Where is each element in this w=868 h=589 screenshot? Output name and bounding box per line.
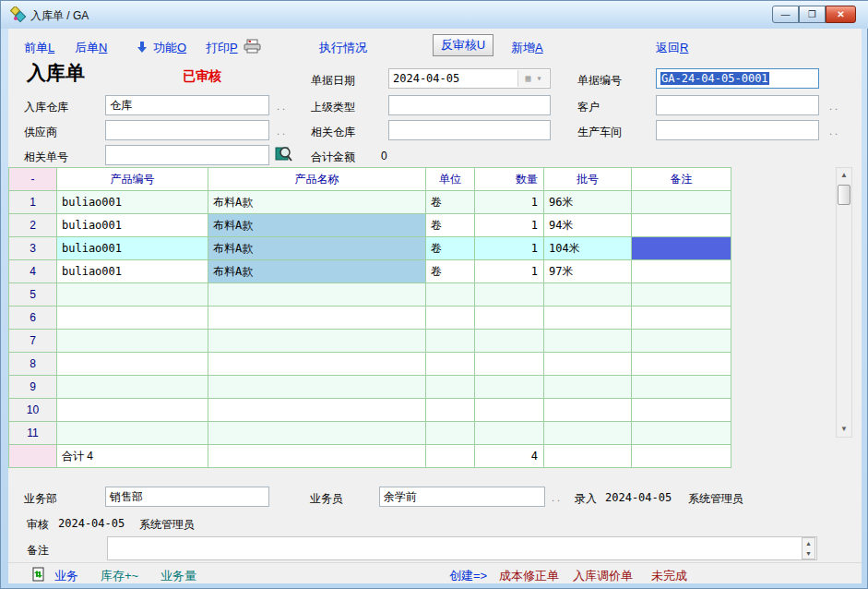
grid-cell[interactable]: [632, 399, 731, 422]
grid-cell[interactable]: [426, 283, 475, 307]
grid-cell[interactable]: 卷: [426, 214, 475, 237]
grid-cell[interactable]: buliao001: [57, 191, 208, 214]
grid-cell[interactable]: 卷: [426, 191, 475, 214]
grid-cell[interactable]: [475, 283, 544, 307]
grid-cell[interactable]: [632, 330, 731, 353]
grid-cell[interactable]: 97米: [544, 260, 632, 283]
grid-cell[interactable]: buliao001: [57, 214, 208, 237]
print-button[interactable]: 打印P: [206, 40, 238, 56]
grid-cell[interactable]: 96米: [544, 191, 632, 214]
supplier-lookup-button[interactable]: ..: [277, 126, 288, 137]
column-header[interactable]: 数量: [475, 168, 544, 191]
price-adjust-link[interactable]: 入库调价单: [573, 568, 633, 584]
grid-cell[interactable]: [426, 330, 475, 353]
workshop-field[interactable]: [656, 120, 819, 140]
add-new-button[interactable]: 新增A: [511, 40, 543, 56]
doc-no-field[interactable]: GA-24-04-05-0001: [656, 68, 819, 89]
grid-cell[interactable]: 布料A款: [208, 260, 426, 283]
grid-cell[interactable]: [57, 307, 208, 330]
grid-cell[interactable]: [632, 237, 731, 260]
grid-cell[interactable]: [57, 399, 208, 422]
grid-cell[interactable]: [57, 422, 208, 445]
grid-cell[interactable]: [208, 399, 426, 422]
grid-cell[interactable]: [544, 283, 632, 307]
column-header[interactable]: 批号: [544, 168, 632, 191]
grid-cell[interactable]: [632, 422, 731, 445]
grid-cell[interactable]: [426, 307, 475, 330]
grid-cell[interactable]: [632, 283, 731, 307]
grid-cell[interactable]: buliao001: [57, 237, 208, 260]
grid-cell[interactable]: [475, 330, 544, 353]
column-header[interactable]: 单位: [426, 168, 475, 191]
grid-cell[interactable]: [426, 399, 475, 422]
grid-cell[interactable]: [632, 214, 731, 237]
minimize-button[interactable]: —: [772, 6, 799, 23]
doc-date-field[interactable]: 2024-04-05 ▦ ▾: [388, 68, 551, 89]
scroll-down-icon[interactable]: ▼: [837, 422, 851, 437]
grid-cell[interactable]: [475, 422, 544, 445]
next-doc-button[interactable]: 后单N: [75, 40, 107, 56]
column-header[interactable]: -: [9, 168, 57, 191]
salesman-field[interactable]: 余学前: [379, 487, 545, 507]
grid-cell[interactable]: [632, 353, 731, 376]
unaudit-button[interactable]: 反审核U: [433, 34, 493, 56]
maximize-button[interactable]: ❒: [799, 6, 826, 23]
grid-cell[interactable]: [208, 283, 426, 307]
grid-vertical-scrollbar[interactable]: ▲ ▼: [836, 167, 852, 438]
supplier-field[interactable]: [105, 120, 269, 140]
grid-cell[interactable]: [208, 422, 426, 445]
customer-field[interactable]: [656, 95, 819, 115]
column-header[interactable]: 备注: [632, 168, 731, 191]
magnifier-icon[interactable]: [275, 145, 293, 162]
grid-cell[interactable]: [475, 376, 544, 399]
dept-field[interactable]: 销售部: [105, 487, 269, 507]
spin-up-icon[interactable]: ▲: [803, 538, 814, 548]
calendar-dropdown-icon[interactable]: ▦ ▾: [517, 70, 549, 87]
grid-cell[interactable]: 卷: [426, 260, 475, 283]
warehouse-lookup-button[interactable]: ..: [277, 101, 288, 112]
cost-fix-link[interactable]: 成本修正单: [499, 568, 559, 584]
function-menu-button[interactable]: 功能O: [153, 40, 186, 56]
tab-stock[interactable]: 库存+~: [101, 568, 138, 584]
spin-down-icon[interactable]: ▼: [803, 548, 814, 559]
grid-cell[interactable]: [57, 330, 208, 353]
salesman-lookup-button[interactable]: ..: [552, 492, 563, 503]
remark-field[interactable]: [107, 536, 817, 560]
grid-cell[interactable]: [544, 330, 632, 353]
grid-cell[interactable]: [426, 353, 475, 376]
grid-cell[interactable]: 1: [475, 237, 544, 260]
grid-cell[interactable]: [208, 376, 426, 399]
tab-business[interactable]: 业务: [54, 568, 78, 584]
printer-icon[interactable]: [244, 39, 262, 54]
grid-cell[interactable]: [57, 283, 208, 307]
refresh-doc-icon[interactable]: [32, 567, 46, 582]
return-button[interactable]: 返回R: [656, 40, 688, 56]
grid-cell[interactable]: 卷: [426, 237, 475, 260]
grid-cell[interactable]: [208, 330, 426, 353]
grid-cell[interactable]: [475, 307, 544, 330]
grid-cell[interactable]: [57, 376, 208, 399]
grid-cell[interactable]: [544, 307, 632, 330]
create-link[interactable]: 创建=>: [449, 568, 487, 584]
grid-cell[interactable]: [632, 260, 731, 283]
parent-type-field[interactable]: [388, 95, 551, 115]
remark-spinner[interactable]: ▲ ▼: [802, 537, 815, 559]
grid-cell[interactable]: [426, 376, 475, 399]
grid-cell[interactable]: 1: [475, 191, 544, 214]
workshop-lookup-button[interactable]: ..: [829, 126, 840, 137]
related-doc-field[interactable]: [105, 145, 269, 165]
grid-cell[interactable]: [208, 353, 426, 376]
scrollbar-thumb[interactable]: [838, 185, 850, 205]
grid-cell[interactable]: [632, 307, 731, 330]
related-warehouse-field[interactable]: [388, 120, 551, 140]
execution-status-button[interactable]: 执行情况: [319, 40, 367, 56]
grid-cell[interactable]: [57, 353, 208, 376]
grid-cell[interactable]: [475, 399, 544, 422]
grid-cell[interactable]: [426, 422, 475, 445]
tab-volume[interactable]: 业务量: [161, 568, 196, 584]
grid-cell[interactable]: 94米: [544, 214, 632, 237]
grid-cell[interactable]: [544, 376, 632, 399]
grid-cell[interactable]: [544, 399, 632, 422]
grid-cell[interactable]: 104米: [544, 237, 632, 260]
scroll-up-icon[interactable]: ▲: [837, 168, 851, 183]
